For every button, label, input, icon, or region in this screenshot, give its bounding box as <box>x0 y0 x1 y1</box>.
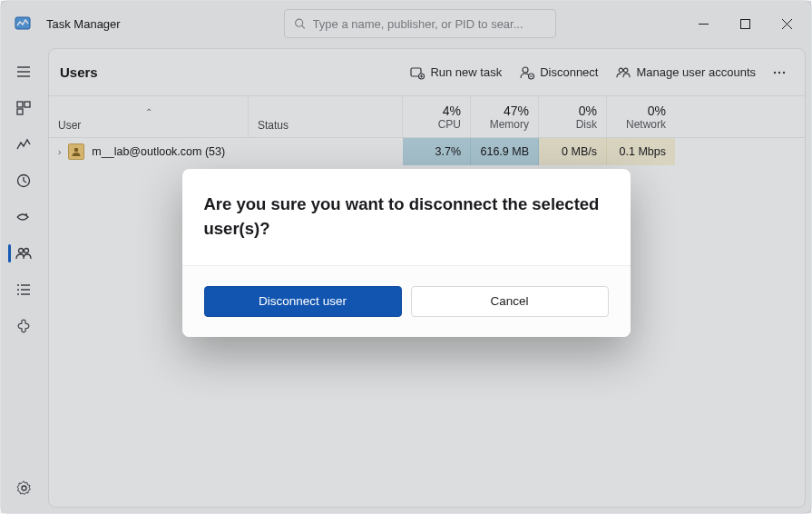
dialog-actions: Disconnect user Cancel <box>182 265 631 337</box>
dialog-message: Are you sure you want to disconnect the … <box>204 193 609 242</box>
disconnect-dialog: Are you sure you want to disconnect the … <box>182 169 631 337</box>
dialog-body: Are you sure you want to disconnect the … <box>182 169 631 265</box>
modal-overlay: Are you sure you want to disconnect the … <box>1 1 811 513</box>
task-manager-window: Task Manager <box>0 0 812 514</box>
disconnect-user-button[interactable]: Disconnect user <box>204 286 402 317</box>
cancel-button[interactable]: Cancel <box>411 286 609 317</box>
